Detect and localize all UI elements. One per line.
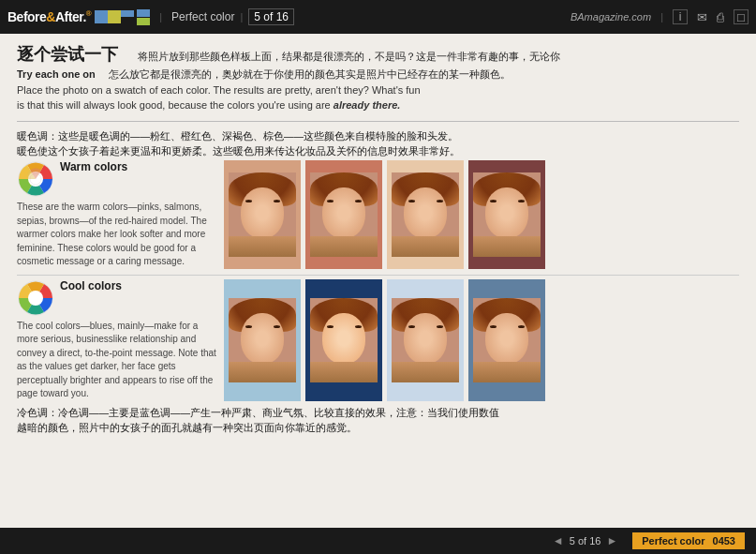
- footer-section-label: Perfect color: [642, 535, 704, 547]
- portrait-warm-4: [473, 172, 541, 257]
- site-name: BAmagazine.com: [571, 11, 651, 22]
- email-icon[interactable]: ✉: [697, 10, 707, 24]
- cool-photos: [224, 279, 739, 401]
- cb1: [137, 9, 150, 17]
- warm-section: 暖色调：这些是暖色调的——粉红、橙红色、深褐色、棕色——这些颜色来自模特脸的脸和…: [17, 129, 739, 269]
- try-title-zh-text: 将照片放到那些颜色样板上面，结果都是很漂亮的，不是吗？这是一件非常有趣的事，无论…: [138, 51, 560, 62]
- color-block-blue: [95, 10, 108, 23]
- cb2: [137, 18, 150, 25]
- portrait-cool-2: [310, 298, 378, 382]
- footer-nav: ◄ 5 of 16 ►: [11, 534, 632, 547]
- try-desc-line1: Place the photo on a swatch of each colo…: [17, 84, 421, 96]
- logo-sup: ®: [86, 9, 91, 18]
- try-desc-en: Place the photo on a swatch of each colo…: [17, 83, 739, 113]
- page-current: 5: [254, 10, 260, 23]
- header: Before&After.® | Perfect color | 5 of 16…: [0, 0, 756, 34]
- warm-photo-1: [224, 160, 301, 269]
- warm-photo-2: [305, 160, 382, 269]
- try-zh-2: 怎么放它都是很漂亮的，奥妙就在于你使用的颜色其实是照片中已经存在的某一种颜色。: [109, 68, 511, 80]
- footer-badge: Perfect color 0453: [632, 532, 745, 549]
- logo: Before&After.®: [7, 9, 150, 25]
- next-arrow[interactable]: ►: [606, 534, 617, 547]
- portrait-warm-1: [229, 172, 296, 257]
- warm-zh-header: 暖色调：这些是暖色调的——粉红、橙红色、深褐色、棕色——这些颜色来自模特脸的脸和…: [17, 129, 739, 159]
- header-divider: |: [660, 11, 663, 22]
- cool-section: Cool colors The cool colors—blues, mainl…: [17, 279, 739, 436]
- footer-page-code: 0453: [713, 535, 735, 547]
- cool-zh-1: 冷色调：冷色调——主要是蓝色调——产生一种严肃、商业气氛、比较直接的效果，注意：…: [17, 407, 499, 418]
- footer: ◄ 5 of 16 ► Perfect color 0453: [0, 528, 756, 554]
- logo-ampersand: &: [46, 9, 55, 24]
- try-en-bold: Try each one on: [17, 68, 106, 80]
- warm-desc: These are the warm colors—pinks, salmons…: [17, 201, 218, 269]
- try-section: 逐个尝试一下 将照片放到那些颜色样板上面，结果都是很漂亮的，不是吗？这是一件非常…: [17, 43, 739, 122]
- header-page: 5 of 16: [248, 8, 294, 25]
- footer-of: of: [578, 535, 589, 547]
- warm-photo-3: [387, 160, 464, 269]
- warm-color-wheel: [17, 160, 54, 198]
- try-title-row: 逐个尝试一下 将照片放到那些颜色样板上面，结果都是很漂亮的，不是吗？这是一件非常…: [17, 43, 739, 66]
- cool-zh-2: 越暗的颜色，照片中的女孩子的面孔就越有一种突出页面向你靠近的感觉。: [17, 422, 357, 433]
- color-blocks: [95, 10, 134, 23]
- warm-photo-4: [468, 160, 545, 269]
- portrait-cool-1: [229, 298, 296, 382]
- cool-zh-footer: 冷色调：冷色调——主要是蓝色调——产生一种严肃、商业气氛、比较直接的效果，注意：…: [17, 406, 739, 436]
- cool-photo-1: [224, 279, 301, 401]
- section-divider: [17, 275, 739, 276]
- cool-photo-4: [468, 279, 545, 401]
- header-separator2: |: [240, 11, 243, 22]
- cool-title-row: Cool colors: [17, 279, 218, 317]
- try-title-row2: Try each one on 怎么放它都是很漂亮的，奥妙就在于你使用的颜色其实…: [17, 67, 739, 82]
- warm-zh-2: 暖色使这个女孩子着起来更温和和更娇柔。这些暖色用来传达化妆品及关怀的信息时效果非…: [17, 145, 460, 157]
- svg-point-4: [28, 291, 43, 306]
- footer-pg: 5: [570, 535, 575, 547]
- cool-color-wheel: [17, 279, 54, 317]
- header-separator: |: [159, 11, 162, 22]
- cool-left: Cool colors The cool colors—blues, mainl…: [17, 279, 218, 401]
- cool-photo-3: [387, 279, 464, 401]
- logo-after: After.: [55, 9, 86, 24]
- color-block-yellow: [108, 10, 121, 23]
- cool-title: Cool colors: [60, 279, 122, 292]
- cool-photo-2: [305, 279, 382, 401]
- portrait-cool-3: [392, 298, 459, 382]
- color-block-small-blue: [121, 10, 134, 17]
- portrait-cool-4: [473, 298, 541, 382]
- warm-content: Warm colors These are the warm colors—pi…: [17, 160, 739, 269]
- portrait-warm-2: [310, 172, 378, 257]
- warm-photos: [224, 160, 739, 269]
- portrait-warm-3: [392, 172, 459, 257]
- try-title-zh-bold: 逐个尝试一下: [17, 45, 135, 64]
- print-icon[interactable]: ⎙: [717, 10, 724, 24]
- cool-desc: The cool colors—blues, mainly—make for a…: [17, 320, 218, 401]
- cool-content: Cool colors The cool colors—blues, mainl…: [17, 279, 739, 401]
- logo-before: Before: [7, 9, 46, 24]
- prev-arrow[interactable]: ◄: [553, 534, 564, 547]
- info-icon[interactable]: i: [673, 9, 688, 24]
- warm-title-row: Warm colors: [17, 160, 218, 198]
- warm-title: Warm colors: [60, 160, 127, 173]
- warm-left: Warm colors These are the warm colors—pi…: [17, 160, 218, 269]
- page-total: 16: [276, 10, 289, 23]
- window-icon[interactable]: □: [734, 9, 749, 24]
- try-desc-line2: is that this will always look good, beca…: [17, 99, 331, 111]
- main-content: 逐个尝试一下 将照片放到那些颜色样板上面，结果都是很漂亮的，不是吗？这是一件非常…: [0, 34, 756, 554]
- footer-total: 16: [589, 535, 600, 547]
- header-right: BAmagazine.com | i ✉ ⎙ □: [571, 9, 749, 24]
- footer-page-num: 5 of 16: [570, 535, 601, 547]
- try-desc-italic: already there.: [334, 99, 401, 111]
- header-title: Perfect color: [171, 10, 234, 23]
- warm-zh-1: 暖色调：这些是暖色调的——粉红、橙红色、深褐色、棕色——这些颜色来自模特脸的脸和…: [17, 130, 458, 142]
- page-of: of: [263, 10, 275, 23]
